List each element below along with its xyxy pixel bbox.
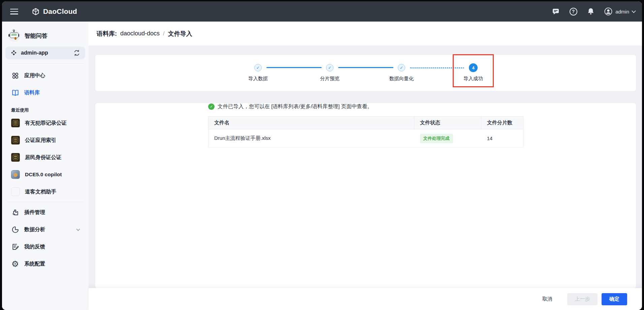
cell-file-name: Drun主流程验证手册.xlsx — [208, 129, 414, 148]
breadcrumb-current: 文件导入 — [168, 30, 192, 38]
main-panel: 语料库: daocloud-docs / 文件导入 — [89, 22, 642, 310]
step-import-success: 4 导入成功 — [438, 63, 509, 82]
seal-app-icon — [11, 153, 20, 162]
user-menu[interactable]: admin — [604, 7, 635, 16]
seal-app-icon — [11, 119, 20, 127]
sidebar-item-label: 插件管理 — [24, 209, 45, 216]
col-chunk-count: 文件分片数 — [481, 117, 523, 129]
recent-section-label: 最近使用 — [11, 107, 79, 113]
puzzle-icon — [11, 208, 19, 216]
help-icon[interactable] — [569, 7, 577, 16]
sidebar-item-label: 应用中心 — [24, 72, 45, 79]
username-label: admin — [615, 9, 629, 14]
sidebar-item-recent-0[interactable]: 有无犯罪记录公证 — [5, 115, 85, 131]
breadcrumb-separator: / — [163, 30, 165, 37]
step-label: 导入成功 — [463, 75, 483, 82]
sidebar-item-label: 道客文档助手 — [25, 188, 56, 195]
daocloud-cube-icon — [32, 7, 40, 16]
sidebar-item-analytics[interactable]: 数据分析 — [5, 222, 85, 237]
sidebar-item-label: 语料库 — [24, 89, 40, 96]
step-import-data: 导入数据 — [222, 63, 294, 82]
step-connector-dotted — [410, 67, 464, 68]
sidebar-item-ai-qa[interactable]: 智能问答 — [8, 28, 83, 43]
result-card: 文件已导入，您可以在 [语料库列表/更多/语料库整理] 页面中查看。 文件名 文… — [95, 103, 636, 288]
app-window: DaoCloud — [2, 1, 642, 310]
step-label: 数据向量化 — [389, 75, 414, 82]
step-label: 分片预览 — [320, 75, 340, 82]
cell-file-status: 文件处理完成 — [414, 129, 481, 148]
col-file-status: 文件状态 — [414, 117, 481, 129]
content-area: 导入数据 分片预览 数据向量化 — [89, 45, 642, 288]
bell-icon[interactable] — [587, 7, 595, 16]
breadcrumb: 语料库: daocloud-docs / 文件导入 — [89, 22, 642, 45]
breadcrumb-library-link[interactable]: daocloud-docs — [120, 30, 160, 37]
sidebar-item-label: 系统配置 — [24, 260, 45, 268]
ai-app-title: 智能问答 — [25, 32, 47, 40]
confirm-button[interactable]: 确定 — [602, 293, 627, 305]
sidebar-item-recent-4[interactable]: 道客文档助手 — [5, 184, 85, 199]
sidebar-item-app-center[interactable]: 应用中心 — [5, 68, 85, 83]
sidebar-item-feedback[interactable]: 我的反馈 — [5, 239, 85, 254]
switch-app-icon[interactable] — [73, 50, 80, 56]
sidebar-item-settings[interactable]: 系统配置 — [5, 256, 85, 272]
step-label: 导入数据 — [248, 75, 268, 82]
sidebar-item-label: 公证应用索引 — [25, 137, 56, 144]
breadcrumb-prefix: 语料库: — [97, 30, 117, 38]
cell-chunk-count: 14 — [481, 129, 523, 148]
topbar: DaoCloud — [2, 1, 642, 22]
feedback-icon — [11, 243, 19, 251]
seal-app-icon — [11, 136, 20, 145]
chevron-down-icon — [632, 9, 636, 13]
stepper-card: 导入数据 分片预览 数据向量化 — [95, 55, 636, 91]
step-connector — [266, 67, 322, 68]
doc-assistant-app-icon — [11, 187, 20, 196]
book-icon — [11, 89, 19, 97]
sidebar-item-plugins[interactable]: 插件管理 — [5, 205, 85, 220]
footer-actions: 取消 上一步 确定 — [89, 288, 642, 310]
step-check-icon — [398, 64, 405, 71]
success-check-icon — [208, 103, 215, 110]
dce-copilot-app-icon — [11, 170, 20, 179]
chevron-down-icon[interactable] — [76, 227, 80, 231]
app-switcher[interactable]: admin-app — [5, 46, 85, 59]
sidebar: 智能问答 admin-app — [2, 22, 89, 310]
sidebar-item-recent-1[interactable]: 公证应用索引 — [5, 132, 85, 148]
sidebar-item-corpus[interactable]: 语料库 — [5, 85, 85, 100]
current-app-name: admin-app — [21, 50, 48, 56]
success-message: 文件已导入，您可以在 [语料库列表/更多/语料库整理] 页面中查看。 — [208, 103, 523, 110]
screenshot-stage: DaoCloud — [0, 0, 644, 310]
pie-chart-icon — [11, 225, 19, 234]
sidebar-item-recent-2[interactable]: 居民身份证公证 — [5, 150, 85, 165]
brand-logo[interactable]: DaoCloud — [32, 7, 77, 16]
admin-app-logo-icon — [10, 50, 17, 56]
message-icon[interactable] — [552, 7, 560, 16]
robot-icon — [8, 30, 20, 42]
sidebar-item-label: 有无犯罪记录公证 — [25, 120, 67, 127]
menu-toggle-icon[interactable] — [10, 9, 18, 14]
sidebar-item-label: DCE5.0 copilot — [25, 172, 62, 178]
table-row: Drun主流程验证手册.xlsx 文件处理完成 14 — [208, 129, 523, 148]
previous-step-button[interactable]: 上一步 — [567, 293, 598, 305]
step-connector — [338, 67, 393, 68]
step-number-badge: 4 — [469, 63, 478, 72]
gear-icon — [11, 260, 19, 268]
sidebar-item-label: 数据分析 — [24, 226, 45, 233]
step-chunk-preview: 分片预览 — [294, 63, 366, 82]
step-check-icon — [326, 64, 333, 71]
success-message-text: 文件已导入，您可以在 [语料库列表/更多/语料库整理] 页面中查看。 — [218, 103, 373, 110]
avatar — [604, 7, 612, 16]
brand-name: DaoCloud — [43, 7, 77, 16]
sidebar-item-recent-3[interactable]: DCE5.0 copilot — [5, 167, 85, 182]
file-table: 文件名 文件状态 文件分片数 Drun主流程验证手册.xlsx — [208, 116, 523, 148]
sidebar-item-label: 居民身份证公证 — [25, 154, 62, 161]
step-vectorize: 数据向量化 — [366, 63, 438, 82]
sidebar-item-label: 我的反馈 — [24, 243, 45, 250]
cancel-button[interactable]: 取消 — [539, 293, 556, 305]
step-check-icon — [254, 64, 262, 71]
status-badge: 文件处理完成 — [420, 134, 453, 143]
table-header-row: 文件名 文件状态 文件分片数 — [208, 117, 523, 129]
col-file-name: 文件名 — [208, 117, 414, 129]
topbar-actions: admin — [552, 7, 635, 16]
app-grid-icon — [11, 71, 19, 80]
divider — [7, 63, 83, 64]
